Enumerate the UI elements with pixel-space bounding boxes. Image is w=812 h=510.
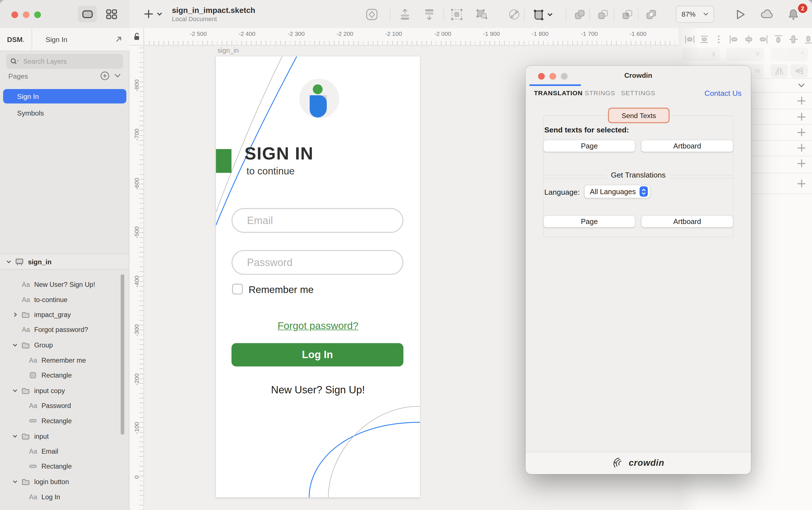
- crowdin-plugin-dialog: Crowdin TRANSLATION STRINGS SETTINGS Con…: [526, 66, 751, 474]
- get-artboard-button[interactable]: Artboard: [641, 215, 733, 228]
- ungroup-button[interactable]: [475, 8, 488, 23]
- layer-row[interactable]: Rectangle: [0, 458, 129, 473]
- minimize-window-button[interactable]: [23, 11, 30, 18]
- move-backward-button[interactable]: [423, 8, 436, 23]
- password-field[interactable]: [231, 250, 403, 275]
- chevron-down-icon[interactable]: [12, 433, 18, 439]
- move-forward-button[interactable]: [399, 8, 411, 23]
- scale-button[interactable]: [533, 8, 553, 23]
- email-input[interactable]: [233, 209, 402, 232]
- dsm-red-dot: .: [23, 36, 25, 44]
- y-position-field[interactable]: Y: [727, 48, 764, 61]
- send-page-button[interactable]: Page: [543, 140, 636, 152]
- layer-row[interactable]: AaLog In: [0, 489, 129, 504]
- cloud-share-button[interactable]: [760, 9, 774, 21]
- chevron-down-icon[interactable]: [12, 479, 18, 484]
- intersect-button[interactable]: [621, 8, 633, 23]
- search-layers-input[interactable]: [22, 57, 110, 66]
- layer-row[interactable]: AaNew User? Sign Up!: [0, 277, 129, 292]
- forgot-password-link[interactable]: Forgot password?: [216, 320, 420, 332]
- toggle-canvas-view-button[interactable]: [78, 6, 97, 22]
- chevron-down-icon[interactable]: [12, 388, 18, 393]
- distribute-vertical-icon: [701, 36, 708, 42]
- add-style-icon[interactable]: [798, 159, 806, 168]
- add-style-icon[interactable]: [798, 113, 806, 121]
- chevron-down-icon[interactable]: [12, 342, 18, 348]
- chevron-right-icon[interactable]: [13, 312, 18, 317]
- get-translations-title: Get Translations: [526, 171, 751, 179]
- add-style-icon[interactable]: [798, 128, 806, 137]
- add-style-icon[interactable]: [798, 97, 806, 104]
- add-style-icon[interactable]: [798, 179, 806, 187]
- difference-button[interactable]: [645, 8, 657, 23]
- artboard[interactable]: SIGN IN to continue Remember me Forgot p…: [216, 56, 420, 497]
- layer-row[interactable]: impact_gray: [0, 307, 129, 322]
- tab-translation[interactable]: TRANSLATION: [534, 90, 583, 97]
- zoom-window-button[interactable]: [34, 11, 41, 18]
- sign-in-subheading: to continue: [246, 166, 295, 177]
- sign-in-heading: SIGN IN: [244, 143, 314, 164]
- tab-settings[interactable]: SETTINGS: [621, 90, 655, 97]
- search-layers-field[interactable]: [6, 54, 123, 69]
- external-arrow-icon[interactable]: [115, 36, 122, 43]
- line-layer-icon: [29, 464, 37, 468]
- add-style-icon[interactable]: [798, 144, 806, 152]
- flip-vertical-icon: [794, 67, 804, 75]
- send-artboard-button[interactable]: Artboard: [641, 140, 733, 152]
- create-symbol-button[interactable]: [366, 8, 378, 23]
- layer-row[interactable]: Rectangle: [0, 367, 129, 382]
- layer-row[interactable]: input copy: [0, 383, 129, 398]
- contact-us-link[interactable]: Contact Us: [704, 89, 742, 97]
- layer-row[interactable]: AaEmail: [0, 444, 129, 458]
- layer-row[interactable]: AaPassword: [0, 398, 129, 413]
- sidebar-scrollbar[interactable]: [121, 274, 124, 434]
- tab-dsm[interactable]: DSM.: [0, 28, 32, 51]
- add-page-icon[interactable]: [100, 71, 109, 80]
- intersect-icon: [621, 8, 633, 21]
- send-texts-button[interactable]: Send Texts: [608, 108, 670, 123]
- close-window-button[interactable]: [11, 11, 18, 18]
- preview-button[interactable]: [735, 9, 746, 22]
- language-select[interactable]: All Languages: [584, 185, 650, 198]
- grid-view-button[interactable]: [102, 6, 121, 22]
- layer-row[interactable]: input: [0, 428, 129, 444]
- section-collapse-icon[interactable]: [798, 83, 806, 88]
- log-in-button[interactable]: Log In: [231, 343, 403, 367]
- layer-row[interactable]: Aato-continue: [0, 292, 129, 307]
- text-layer-icon: Aa: [29, 401, 37, 410]
- tab-strings[interactable]: STRINGS: [585, 90, 615, 97]
- chevron-down-icon[interactable]: [6, 259, 11, 264]
- align-right-icon: [760, 35, 767, 43]
- mask-button[interactable]: [508, 8, 520, 23]
- layer-row[interactable]: AaForgot password?: [0, 322, 129, 337]
- sign-up-text[interactable]: New User? Sign Up!: [216, 384, 420, 396]
- zoom-level-dropdown[interactable]: 87%: [676, 6, 714, 23]
- email-field[interactable]: [231, 208, 403, 233]
- notifications-button[interactable]: [788, 9, 799, 22]
- rotation-field[interactable]: °: [771, 48, 808, 61]
- page-item-symbols[interactable]: Symbols: [3, 106, 126, 120]
- get-page-button[interactable]: Page: [543, 215, 636, 228]
- insert-button[interactable]: [144, 9, 163, 21]
- union-button[interactable]: [573, 8, 586, 23]
- select-stepper-icon: [639, 186, 648, 197]
- password-input[interactable]: [233, 251, 402, 274]
- remember-me-checkbox[interactable]: [232, 284, 243, 295]
- layer-row[interactable]: login button: [0, 474, 129, 489]
- canvas-frame-icon: [82, 9, 93, 18]
- chevron-down-icon: [703, 12, 708, 16]
- folder-icon: [21, 341, 30, 349]
- page-item-sign-in[interactable]: Sign In: [3, 89, 126, 103]
- folder-icon: [21, 387, 30, 394]
- group-button[interactable]: [451, 8, 463, 23]
- alignment-toolbar[interactable]: [684, 33, 812, 46]
- layer-row[interactable]: Rectangle: [0, 413, 129, 428]
- layer-row[interactable]: Group: [0, 337, 129, 353]
- subtract-button[interactable]: [597, 8, 609, 23]
- flip-horizontal-button[interactable]: [771, 64, 788, 78]
- layer-artboard-root[interactable]: sign_in: [0, 253, 129, 270]
- artboard-title[interactable]: sign_in: [218, 47, 239, 54]
- layer-row[interactable]: AaRemember me: [0, 353, 129, 367]
- flip-vertical-button[interactable]: [790, 64, 808, 78]
- pages-collapse-icon[interactable]: [114, 73, 121, 78]
